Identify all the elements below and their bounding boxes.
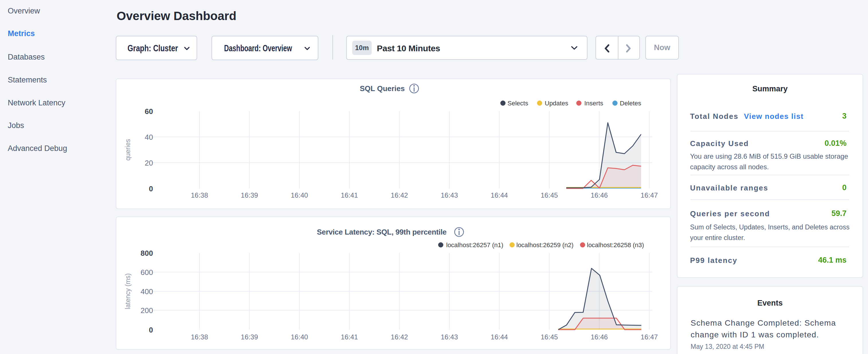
svg-text:Deletes: Deletes [620,100,641,107]
svg-text:16:42: 16:42 [391,333,408,341]
svg-text:16:43: 16:43 [441,333,458,341]
svg-text:queries: queries [124,139,131,160]
svg-text:localhost:26258 (n3): localhost:26258 (n3) [587,242,644,249]
svg-text:16:39: 16:39 [241,191,258,199]
svg-text:Service Latency: SQL, 99th per: Service Latency: SQL, 99th percentile [317,228,446,236]
svg-text:200: 200 [141,306,153,315]
svg-text:0: 0 [149,185,153,193]
svg-text:Inserts: Inserts [584,100,603,107]
svg-text:0: 0 [149,326,153,334]
svg-text:16:41: 16:41 [341,191,358,199]
svg-text:16:40: 16:40 [291,333,308,341]
svg-text:16:38: 16:38 [191,333,208,341]
svg-text:16:43: 16:43 [441,191,458,199]
svg-text:600: 600 [141,268,153,277]
svg-text:localhost:26259 (n2): localhost:26259 (n2) [517,242,574,249]
svg-text:16:45: 16:45 [541,191,558,199]
svg-text:16:47: 16:47 [641,191,658,199]
svg-text:16:38: 16:38 [191,191,208,199]
svg-text:16:39: 16:39 [241,333,258,341]
svg-text:16:46: 16:46 [591,333,608,341]
svg-text:16:47: 16:47 [641,333,658,341]
svg-text:400: 400 [141,287,153,296]
svg-text:16:40: 16:40 [291,191,308,199]
svg-text:16:44: 16:44 [491,191,508,199]
svg-text:localhost:26257 (n1): localhost:26257 (n1) [446,242,503,249]
svg-text:Updates: Updates [545,100,568,107]
svg-text:16:42: 16:42 [391,191,408,199]
svg-text:16:44: 16:44 [491,333,508,341]
svg-text:16:41: 16:41 [341,333,358,341]
svg-text:Selects: Selects [507,100,528,107]
svg-text:20: 20 [145,159,153,167]
svg-text:60: 60 [145,107,153,116]
svg-text:16:46: 16:46 [591,191,608,199]
svg-text:latency (ms): latency (ms) [124,273,131,309]
svg-text:800: 800 [141,249,153,257]
svg-text:16:45: 16:45 [541,333,558,341]
svg-text:40: 40 [145,133,153,141]
svg-text:SQL Queries: SQL Queries [360,84,405,93]
